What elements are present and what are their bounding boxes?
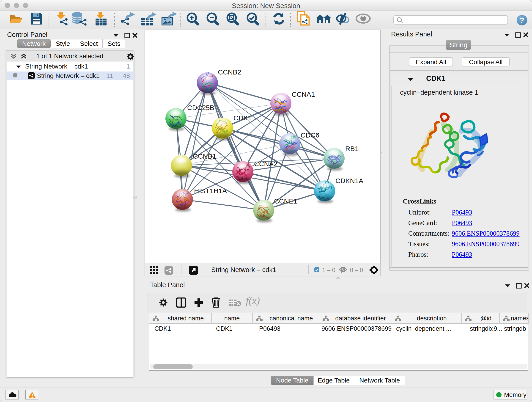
svg-text:CDK1: CDK1 xyxy=(234,114,252,122)
svg-text:CCNA1: CCNA1 xyxy=(292,90,315,98)
svg-text:CCNB1: CCNB1 xyxy=(193,153,216,160)
svg-text:RB1: RB1 xyxy=(345,145,359,153)
svg-text:CDC6: CDC6 xyxy=(301,131,319,139)
svg-text:CCNA2: CCNA2 xyxy=(254,160,278,167)
svg-text:HIST1H1A: HIST1H1A xyxy=(194,187,227,195)
svg-text:CDC25B: CDC25B xyxy=(187,104,214,111)
svg-text:CCNB2: CCNB2 xyxy=(218,68,241,76)
svg-text:CCNE1: CCNE1 xyxy=(274,197,298,205)
svg-text:CDKN1A: CDKN1A xyxy=(336,177,363,185)
